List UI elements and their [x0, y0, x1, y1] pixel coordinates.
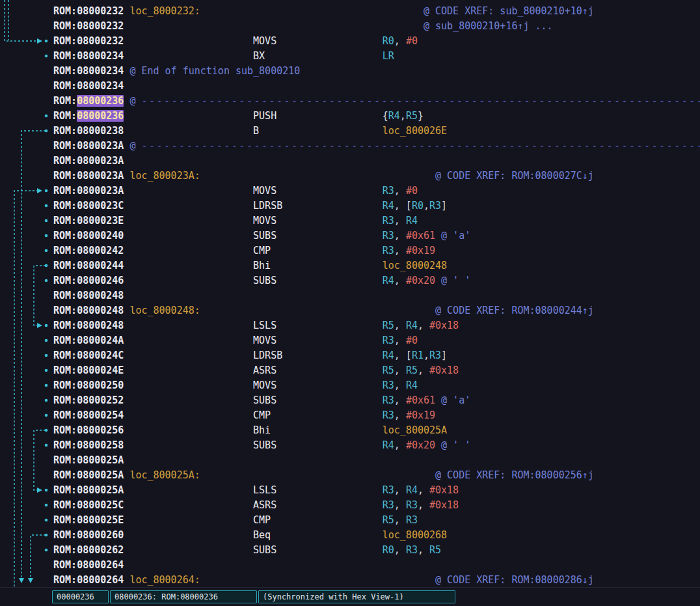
operand[interactable]: , — [394, 499, 406, 511]
separator-dashes[interactable]: ----------------------------------------… — [141, 95, 700, 107]
mnemonic[interactable]: Bhi — [253, 260, 271, 271]
asm-line[interactable]: ROM:08000236 @ -------------------------… — [0, 94, 700, 109]
address[interactable]: 08000232 — [77, 35, 124, 47]
mnemonic[interactable]: SUBS — [253, 544, 276, 556]
segment-prefix[interactable]: ROM: — [53, 5, 77, 17]
operand[interactable]: , — [394, 409, 406, 421]
operand[interactable]: @ 'a' — [441, 394, 470, 406]
asm-line[interactable]: ROM:0800023C LDRSB R4, [R0,R3] — [0, 199, 700, 213]
segment-prefix[interactable]: ROM: — [53, 544, 77, 556]
segment-prefix[interactable]: ROM: — [53, 529, 77, 541]
asm-line[interactable]: ROM:08000262 SUBS R0, R3, R5 — [0, 543, 700, 558]
mnemonic[interactable]: ASRS — [253, 499, 276, 511]
operand[interactable]: , — [400, 110, 406, 122]
separator-comment[interactable]: @ — [129, 95, 141, 107]
address[interactable]: 08000238 — [77, 125, 124, 137]
operand[interactable]: #0x61 — [406, 394, 435, 406]
address[interactable]: 0800023A — [77, 170, 124, 182]
asm-line[interactable]: ROM:08000248 — [0, 288, 700, 303]
operand[interactable]: , — [394, 365, 406, 376]
operand[interactable]: @ ' ' — [441, 439, 470, 451]
segment-prefix[interactable]: ROM: — [53, 469, 77, 481]
operand[interactable]: , — [418, 484, 429, 496]
operand[interactable]: R3 — [383, 215, 394, 227]
mnemonic[interactable]: BX — [253, 50, 265, 62]
mnemonic[interactable]: SUBS — [253, 275, 276, 286]
address[interactable]: 08000246 — [77, 275, 124, 286]
operand[interactable]: loc_800026E — [383, 125, 447, 137]
mnemonic[interactable]: CMP — [253, 245, 271, 256]
segment-prefix[interactable]: ROM: — [53, 454, 77, 466]
operand[interactable]: R4 — [383, 350, 394, 361]
operand[interactable]: , — [394, 35, 406, 47]
address[interactable]: 08000234 — [77, 50, 124, 62]
asm-line[interactable]: ROM:08000236 PUSH {R4,R5} — [0, 109, 700, 124]
operand[interactable]: , — [394, 230, 406, 241]
asm-line[interactable]: ROM:08000242 CMP R3, #0x19 — [0, 243, 700, 258]
operand[interactable]: , — [418, 365, 429, 376]
mnemonic[interactable]: MOVS — [253, 185, 276, 197]
operand[interactable]: loc_8000248 — [383, 260, 447, 271]
asm-line[interactable]: ROM:08000248 loc_8000248: @ CODE XREF: R… — [0, 303, 700, 318]
segment-prefix[interactable]: ROM: — [53, 275, 77, 286]
address[interactable]: 08000264 — [77, 559, 124, 571]
operand[interactable]: #0x18 — [429, 484, 459, 496]
operand[interactable]: , — [394, 379, 406, 391]
mnemonic[interactable]: SUBS — [253, 439, 276, 451]
operand[interactable]: , — [424, 200, 429, 212]
operand[interactable]: R3 — [383, 499, 394, 511]
address[interactable]: 0800023A — [77, 140, 124, 152]
asm-line[interactable]: ROM:08000238 B loc_800026E — [0, 124, 700, 139]
address[interactable]: 08000234 — [77, 80, 124, 92]
segment-prefix[interactable]: ROM: — [53, 350, 77, 361]
mnemonic[interactable]: CMP — [253, 409, 271, 421]
location-label[interactable]: loc_8000232: — [129, 5, 200, 17]
segment-prefix[interactable]: ROM: — [53, 484, 77, 496]
asm-line[interactable]: ROM:08000264 loc_8000264: @ CODE XREF: R… — [0, 573, 700, 588]
operand[interactable]: @ 'a' — [441, 230, 470, 241]
operand[interactable]: #0x19 — [406, 245, 435, 256]
address[interactable]: 08000232 — [77, 5, 124, 17]
mnemonic[interactable]: Beq — [253, 529, 271, 541]
asm-line[interactable]: ROM:0800025E CMP R5, R3 — [0, 513, 700, 528]
operand[interactable]: LR — [383, 50, 394, 62]
address[interactable]: 08000264 — [77, 574, 124, 586]
asm-line[interactable]: ROM:0800024C LDRSB R4, [R1,R3] — [0, 348, 700, 363]
address[interactable]: 08000250 — [77, 379, 124, 391]
asm-line[interactable]: ROM:08000232 @ sub_8000210+16↑j ... — [0, 19, 700, 34]
address[interactable]: 0800025A — [77, 454, 124, 466]
operand[interactable]: loc_8000268 — [383, 529, 447, 541]
operand[interactable]: ] — [441, 350, 447, 361]
operand[interactable]: R0 — [383, 35, 394, 47]
mnemonic[interactable]: Bhi — [253, 424, 271, 436]
address[interactable]: 08000262 — [77, 544, 124, 556]
mnemonic[interactable]: CMP — [253, 514, 271, 526]
segment-prefix[interactable]: ROM: — [53, 559, 77, 571]
address[interactable]: 08000244 — [77, 260, 124, 271]
address[interactable]: 08000256 — [77, 424, 124, 436]
operand[interactable]: R4 — [383, 275, 394, 286]
segment-prefix[interactable]: ROM: — [53, 215, 77, 227]
operand[interactable]: R4 — [406, 484, 418, 496]
segment-prefix[interactable]: ROM: — [53, 110, 77, 122]
segment-prefix[interactable]: ROM: — [53, 125, 77, 137]
mnemonic[interactable]: MOVS — [253, 35, 276, 47]
asm-line[interactable]: ROM:08000232 MOVS R0, #0 — [0, 34, 700, 49]
operand[interactable]: R3 — [406, 499, 418, 511]
address[interactable]: 0800025E — [77, 514, 124, 526]
location-label[interactable]: loc_8000264: — [129, 574, 200, 586]
mnemonic[interactable]: LDRSB — [253, 200, 282, 212]
address[interactable]: 0800025A — [77, 484, 124, 496]
address[interactable]: 0800024C — [77, 350, 124, 361]
segment-prefix[interactable]: ROM: — [53, 185, 77, 197]
operand[interactable]: #0x20 — [406, 275, 435, 286]
asm-line[interactable]: ROM:08000240 SUBS R3, #0x61 @ 'a' — [0, 228, 700, 243]
segment-prefix[interactable]: ROM: — [53, 245, 77, 256]
function-end-comment[interactable]: @ End of function sub_8000210 — [129, 65, 300, 77]
segment-prefix[interactable]: ROM: — [53, 95, 77, 107]
operand[interactable] — [435, 394, 441, 406]
operand[interactable]: R1 — [412, 350, 424, 361]
address[interactable]: 0800023E — [77, 215, 124, 227]
asm-line[interactable]: ROM:0800023E MOVS R3, R4 — [0, 213, 700, 228]
operand[interactable]: R5 — [429, 544, 441, 556]
